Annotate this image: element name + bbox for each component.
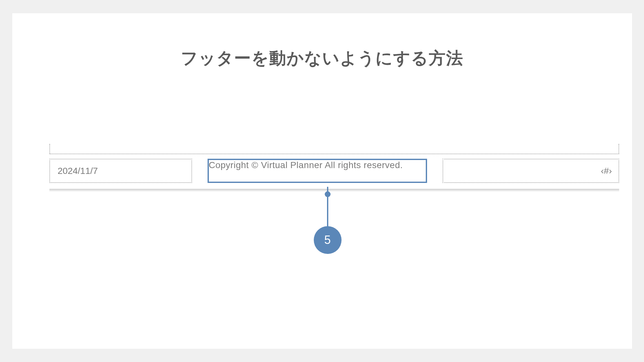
callout-number: 5 [324,233,331,247]
footer-date: 2024/11/7 [58,166,98,176]
slide: フッターを動かないようにする方法 2024/11/7 Copyright © V… [12,13,632,349]
footer-copyright-box[interactable]: Copyright © Virtual Planner All rights r… [208,159,427,183]
callout-number-badge: 5 [314,226,342,254]
body-placeholder [49,144,619,154]
footer-copyright: Copyright © Virtual Planner All rights r… [209,160,403,170]
footer-date-box: 2024/11/7 [49,159,192,183]
footer-area: 2024/11/7 Copyright © Virtual Planner Al… [49,144,619,183]
footer-pagenum-box: ‹#› [443,159,619,183]
footer-row: 2024/11/7 Copyright © Virtual Planner Al… [49,159,619,183]
slide-title: フッターを動かないようにする方法 [12,47,632,70]
footer-pagenum: ‹#› [601,166,612,176]
callout-connector-line [327,187,328,230]
slide-divider [49,189,619,191]
